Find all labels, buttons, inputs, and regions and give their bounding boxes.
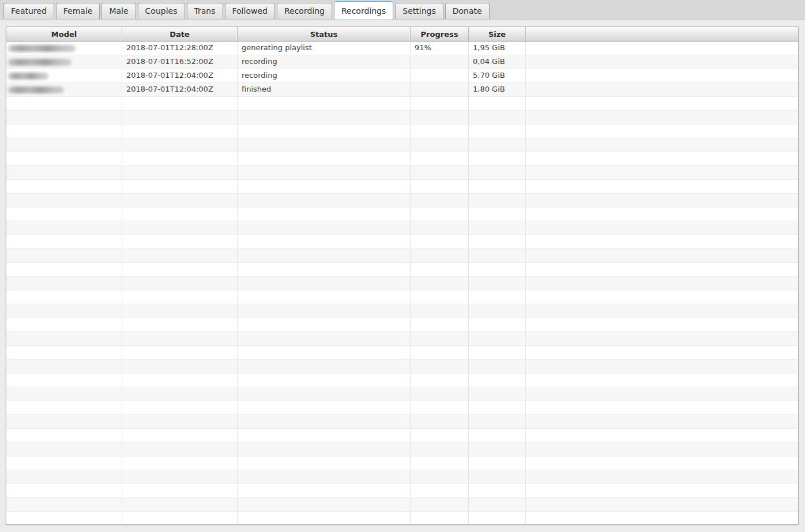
table-row-empty [6,124,798,138]
cell-filler [526,41,798,55]
column-header-filler [526,27,798,41]
cell-date-empty [122,318,238,332]
column-header-size[interactable]: Size [469,27,526,41]
cell-model [6,55,122,69]
cell-filler-empty [526,97,798,111]
cell-model-empty [6,249,122,263]
table-row[interactable]: 2018-07-01T12:04:00Zrecording5,70 GiB [6,69,798,83]
cell-size-empty [469,387,526,401]
cell-filler [526,83,798,97]
cell-progress-empty [411,429,469,443]
cell-progress-empty [411,111,469,124]
cell-filler-empty [526,360,798,373]
cell-progress-empty [411,180,469,194]
cell-filler-empty [526,318,798,332]
cell-filler-empty [526,346,798,360]
tab-settings[interactable]: Settings [395,3,443,19]
cell-date-empty [122,360,238,373]
cell-progress [411,83,469,97]
cell-status-empty [238,304,411,318]
cell-filler-empty [526,332,798,346]
cell-size-empty [469,207,526,221]
cell-filler-empty [526,401,798,415]
cell-status-empty [238,332,411,346]
tab-trans[interactable]: Trans [187,3,223,19]
tab-female[interactable]: Female [56,3,100,19]
cell-status-empty [238,124,411,138]
cell-filler-empty [526,498,798,512]
cell-date-empty [122,484,238,498]
cell-model-empty [6,318,122,332]
cell-progress-empty [411,277,469,290]
cell-date-empty [122,498,238,512]
cell-model-empty [6,235,122,249]
cell-date: 2018-07-01T12:28:00Z [122,41,238,55]
tab-donate[interactable]: Donate [445,3,490,19]
cell-progress-empty [411,235,469,249]
cell-model-empty [6,429,122,443]
cell-model [6,69,122,83]
table-row[interactable]: 2018-07-01T16:52:00Zrecording0,04 GiB [6,55,798,69]
cell-date-empty [122,387,238,401]
cell-progress-empty [411,207,469,221]
cell-filler [526,69,798,83]
cell-model-empty [6,470,122,484]
table-row-empty [6,221,798,235]
cell-filler-empty [526,443,798,456]
cell-filler-empty [526,484,798,498]
model-name-blurred [8,59,72,66]
cell-size-empty [469,263,526,277]
cell-size: 5,70 GiB [469,69,526,83]
cell-progress [411,55,469,69]
cell-status-empty [238,207,411,221]
tab-recordings[interactable]: Recordings [334,1,393,20]
column-header-progress[interactable]: Progress [411,27,469,41]
table-row-empty [6,166,798,180]
cell-filler-empty [526,277,798,290]
cell-filler-empty [526,235,798,249]
cell-status-empty [238,456,411,470]
cell-filler-empty [526,304,798,318]
cell-filler-empty [526,512,798,525]
cell-filler-empty [526,221,798,235]
cell-model-empty [6,415,122,429]
table-row-empty [6,318,798,332]
cell-size: 0,04 GiB [469,55,526,69]
cell-size-empty [469,429,526,443]
cell-model-empty [6,498,122,512]
cell-size-empty [469,304,526,318]
cell-status: generating playlist [238,41,411,55]
cell-date-empty [122,304,238,318]
cell-progress-empty [411,387,469,401]
tab-couples[interactable]: Couples [138,3,185,19]
cell-date-empty [122,138,238,152]
cell-status-empty [238,138,411,152]
cell-size-empty [469,470,526,484]
tab-male[interactable]: Male [101,3,136,19]
cell-progress: 91% [411,41,469,55]
table-row-empty [6,263,798,277]
table-row-empty [6,194,798,207]
table-row[interactable]: 2018-07-01T12:28:00Zgenerating playlist9… [6,41,798,55]
table-row-empty [6,360,798,373]
cell-progress-empty [411,401,469,415]
tab-recording[interactable]: Recording [277,3,332,19]
cell-size-empty [469,277,526,290]
cell-size-empty [469,249,526,263]
column-header-date[interactable]: Date [122,27,238,41]
cell-progress-empty [411,484,469,498]
cell-size-empty [469,138,526,152]
table-row[interactable]: 2018-07-01T12:04:00Zfinished1,80 GiB [6,83,798,97]
cell-date-empty [122,443,238,456]
tab-followed[interactable]: Followed [225,3,275,19]
tab-featured[interactable]: Featured [3,3,54,19]
cell-progress-empty [411,332,469,346]
cell-progress [411,69,469,83]
column-header-status[interactable]: Status [238,27,411,41]
table-row-empty [6,387,798,401]
cell-filler-empty [526,456,798,470]
column-header-model[interactable]: Model [6,27,122,41]
cell-status-empty [238,111,411,124]
cell-status-empty [238,498,411,512]
cell-progress-empty [411,194,469,207]
